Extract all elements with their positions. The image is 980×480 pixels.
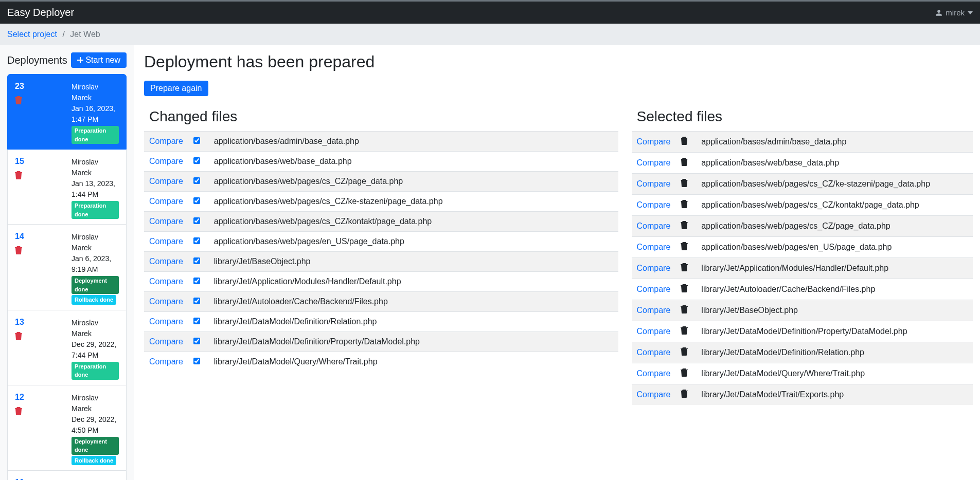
deployment-date: Dec 29, 2022, 4:50 PM [72, 414, 119, 436]
file-checkbox[interactable] [193, 177, 200, 184]
remove-icon[interactable] [681, 285, 688, 294]
compare-link[interactable]: Compare [637, 179, 671, 188]
file-path: application/bases/web/pages/cs_CZ/ke-sta… [696, 174, 973, 195]
table-row: Comparelibrary/Jet/DataModel/Query/Where… [144, 352, 618, 372]
deployment-author: Miroslav Marek [72, 157, 119, 178]
remove-icon[interactable] [681, 159, 688, 168]
compare-link[interactable]: Compare [637, 243, 671, 251]
compare-link[interactable]: Compare [637, 285, 671, 293]
remove-icon[interactable] [681, 370, 688, 378]
deployment-author: Miroslav Marek [72, 232, 119, 253]
remove-icon[interactable] [681, 201, 688, 210]
compare-link[interactable]: Compare [149, 217, 183, 226]
compare-link[interactable]: Compare [149, 157, 183, 165]
compare-link[interactable]: Compare [149, 277, 183, 286]
remove-icon[interactable] [681, 138, 688, 146]
prepare-again-button[interactable]: Prepare again [144, 81, 208, 96]
user-menu[interactable]: mirek [935, 8, 973, 17]
compare-link[interactable]: Compare [637, 306, 671, 315]
deployment-number: 14 [15, 232, 72, 241]
file-checkbox[interactable] [193, 197, 200, 204]
start-new-button[interactable]: Start new [71, 52, 127, 68]
file-checkbox[interactable] [193, 237, 200, 244]
compare-link[interactable]: Compare [637, 327, 671, 336]
deployment-item[interactable]: 12Miroslav MarekDec 29, 2022, 4:50 PMDep… [7, 385, 127, 471]
file-checkbox[interactable] [193, 318, 200, 324]
table-row: Comparelibrary/Jet/BaseObject.php [632, 300, 973, 321]
file-path: library/Jet/DataModel/Query/Where/Trait.… [209, 352, 618, 372]
deployment-author: Miroslav Marek [72, 478, 119, 480]
table-row: Compareapplication/bases/web/pages/cs_CZ… [144, 192, 618, 212]
deployment-number: 11 [15, 478, 72, 480]
file-path: library/Jet/Autoloader/Cache/Backend/Fil… [696, 279, 973, 300]
compare-link[interactable]: Compare [149, 177, 183, 186]
selected-files-title: Selected files [637, 108, 973, 125]
delete-icon[interactable] [15, 332, 22, 340]
deployment-item[interactable]: 15Miroslav MarekJan 13, 2023, 1:44 PMPre… [7, 150, 127, 225]
compare-link[interactable]: Compare [637, 137, 671, 146]
compare-link[interactable]: Compare [637, 158, 671, 167]
file-checkbox[interactable] [193, 298, 200, 304]
deployment-item[interactable]: 13Miroslav MarekDec 29, 2022, 7:44 PMPre… [7, 310, 127, 385]
compare-link[interactable]: Compare [637, 200, 671, 209]
table-row: Compareapplication/bases/web/base_data.p… [632, 153, 973, 174]
file-path: application/bases/web/pages/cs_CZ/page_d… [696, 216, 973, 237]
compare-link[interactable]: Compare [149, 257, 183, 266]
deployment-date: Jan 6, 2023, 9:19 AM [72, 253, 119, 275]
compare-link[interactable]: Compare [149, 337, 183, 346]
file-checkbox[interactable] [193, 137, 200, 144]
delete-icon[interactable] [15, 96, 22, 104]
compare-link[interactable]: Compare [637, 369, 671, 378]
compare-link[interactable]: Compare [149, 357, 183, 366]
remove-icon[interactable] [681, 306, 688, 315]
remove-icon[interactable] [681, 222, 688, 231]
file-checkbox[interactable] [193, 217, 200, 224]
file-checkbox[interactable] [193, 257, 200, 264]
changed-files-title: Changed files [149, 108, 618, 125]
delete-icon[interactable] [15, 246, 22, 254]
deployment-item[interactable]: 23Miroslav MarekJan 16, 2023, 1:47 PMPre… [7, 74, 127, 150]
file-path: library/Jet/Application/Modules/Handler/… [209, 272, 618, 292]
compare-link[interactable]: Compare [149, 197, 183, 206]
file-path: library/Jet/Autoloader/Cache/Backend/Fil… [209, 292, 618, 312]
app-brand[interactable]: Easy Deployer [7, 7, 74, 19]
remove-icon[interactable] [681, 264, 688, 273]
deployment-number: 23 [15, 82, 72, 91]
deployment-date: Dec 29, 2022, 7:44 PM [72, 339, 119, 361]
table-row: Comparelibrary/Jet/DataModel/Trait/Expor… [632, 384, 973, 405]
file-path: library/Jet/DataModel/Query/Where/Trait.… [696, 363, 973, 384]
deployment-number: 15 [15, 157, 72, 166]
chevron-down-icon [968, 11, 973, 14]
compare-link[interactable]: Compare [637, 348, 671, 357]
delete-icon[interactable] [15, 407, 22, 415]
compare-link[interactable]: Compare [149, 137, 183, 145]
deployment-item[interactable]: 11Miroslav MarekDec 29, 2022, 4:45 PMPre… [7, 471, 127, 480]
breadcrumb-link[interactable]: Select project [7, 30, 57, 39]
compare-link[interactable]: Compare [637, 390, 671, 399]
file-checkbox[interactable] [193, 358, 200, 364]
table-row: Compareapplication/bases/web/pages/cs_CZ… [632, 216, 973, 237]
compare-link[interactable]: Compare [149, 297, 183, 306]
remove-icon[interactable] [681, 327, 688, 336]
remove-icon[interactable] [681, 391, 688, 399]
delete-icon[interactable] [15, 171, 22, 179]
compare-link[interactable]: Compare [149, 237, 183, 246]
start-new-label: Start new [85, 56, 120, 65]
compare-link[interactable]: Compare [637, 221, 671, 230]
file-path: application/bases/web/base_data.php [696, 153, 973, 174]
compare-link[interactable]: Compare [637, 264, 671, 272]
sidebar-title: Deployments [7, 54, 67, 66]
breadcrumb-current: Jet Web [70, 30, 100, 39]
file-path: application/bases/web/pages/cs_CZ/kontak… [209, 212, 618, 232]
file-checkbox[interactable] [193, 338, 200, 344]
compare-link[interactable]: Compare [149, 317, 183, 326]
deployment-date: Jan 16, 2023, 1:47 PM [72, 103, 119, 125]
remove-icon[interactable] [681, 243, 688, 252]
deployment-item[interactable]: 14Miroslav MarekJan 6, 2023, 9:19 AMDepl… [7, 225, 127, 310]
file-checkbox[interactable] [193, 278, 200, 284]
file-checkbox[interactable] [193, 157, 200, 164]
remove-icon[interactable] [681, 180, 688, 189]
table-row: Compareapplication/bases/web/pages/en_US… [632, 237, 973, 258]
table-row: Comparelibrary/Jet/DataModel/Definition/… [632, 321, 973, 342]
remove-icon[interactable] [681, 348, 688, 357]
